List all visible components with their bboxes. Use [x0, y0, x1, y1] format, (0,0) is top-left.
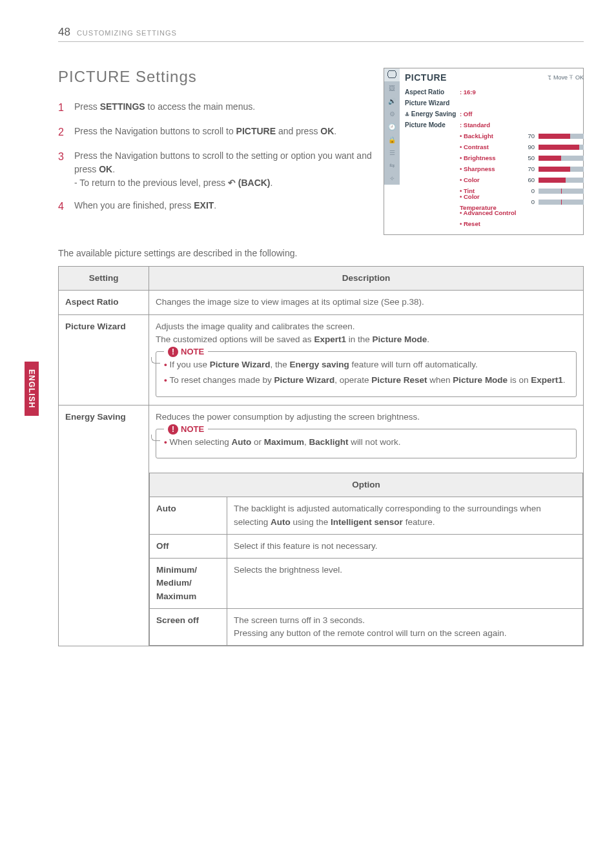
step-num: 4: [58, 199, 68, 214]
step-num: 2: [58, 125, 68, 140]
language-tab: ENGLISH: [25, 362, 39, 416]
opt-row-min-med-max: Minimum/ Medium/ Maximum Selects the bri…: [150, 559, 583, 609]
option-head: Option: [150, 473, 583, 497]
page-number: 48: [58, 26, 70, 39]
row-picture-wizard: Picture Wizard Adjusts the image quality…: [59, 314, 584, 405]
support-tab-icon: ✧: [384, 172, 400, 185]
osd-panel: 🖵 🖼 🔊 ⚙ 🕘 🔒 ☰ ⇆ ✧ PICTURE ꔂ Move ꔉ OK As…: [384, 68, 584, 235]
note-box: !NOTE When selecting Auto or Maximum, Ba…: [156, 429, 577, 458]
osd-item[interactable]: Aspect Ratio: [405, 87, 460, 97]
row-energy-saving: Energy Saving Reduces the power consumpt…: [59, 405, 584, 646]
network-tab-icon: ⇆: [384, 159, 400, 172]
opt-row-off: Off Select if this feature is not necess…: [150, 534, 583, 558]
osd-item[interactable]: ꕊ Energy Saving: [405, 108, 460, 119]
step-2: 2 Press the Navigation buttons to scroll…: [58, 125, 372, 140]
note-icon: !: [168, 347, 178, 357]
page-header: 48 CUSTOMIZING SETTINGS: [58, 26, 584, 42]
audio-tab-icon: 🔊: [384, 94, 400, 107]
step-num: 1: [58, 100, 68, 116]
step-3: 3 Press the Navigation buttons to scroll…: [58, 149, 372, 190]
settings-table: Setting Description Aspect Ratio Changes…: [58, 266, 584, 646]
option-tab-icon: ☰: [384, 146, 400, 159]
back-icon: ↶: [228, 176, 236, 190]
monitor-icon: 🖵: [384, 68, 400, 81]
settings-tab-icon: ⚙: [384, 107, 400, 120]
step-1: 1 Press SETTINGS to access the main menu…: [58, 100, 372, 116]
picture-tab-icon: 🖼: [384, 81, 400, 94]
osd-hint: ꔂ Move ꔉ OK: [548, 74, 584, 81]
opt-row-screen-off: Screen off The screen turns off in 3 sec…: [150, 608, 583, 646]
row-aspect-ratio: Aspect Ratio Changes the image size to v…: [59, 291, 584, 314]
osd-title: PICTURE: [405, 72, 447, 83]
osd-item[interactable]: Picture Mode: [405, 119, 460, 130]
note-icon: !: [168, 424, 178, 435]
opt-row-auto: Auto The backlight is adjusted automatic…: [150, 497, 583, 535]
note-box: !NOTE If you use Picture Wizard, the Ene…: [156, 351, 577, 397]
step-4: 4 When you are finished, press EXIT.: [58, 199, 372, 214]
intro-text: The available picture settings are descr…: [58, 248, 584, 258]
energy-option-table: Option Auto The backlight is adjusted au…: [149, 473, 583, 646]
lock-tab-icon: 🔒: [384, 133, 400, 146]
osd-item[interactable]: Picture Wizard: [405, 97, 460, 108]
section-title: PICTURE Settings: [58, 68, 372, 86]
step-num: 3: [58, 149, 68, 190]
col-description: Description: [149, 267, 584, 291]
header-section: CUSTOMIZING SETTINGS: [77, 29, 177, 37]
time-tab-icon: 🕘: [384, 120, 400, 133]
col-setting: Setting: [59, 267, 149, 291]
